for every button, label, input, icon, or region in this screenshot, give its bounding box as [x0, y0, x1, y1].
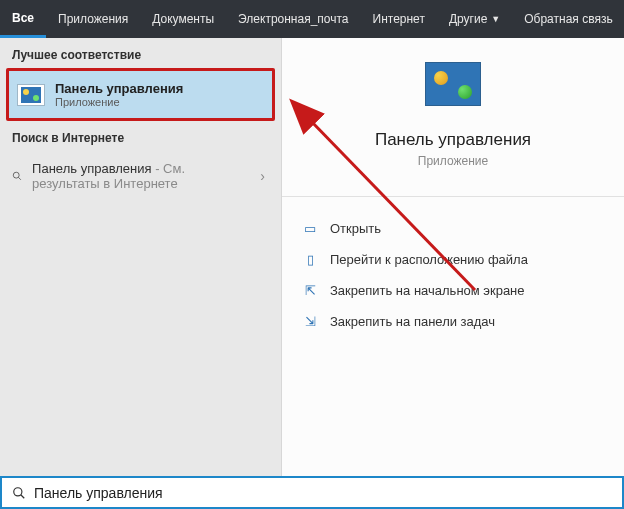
action-file-location[interactable]: ▯ Перейти к расположению файла — [302, 244, 604, 275]
search-bar[interactable] — [0, 476, 624, 509]
tab-label: Приложения — [58, 12, 128, 26]
tab-label: Электронная_почта — [238, 12, 348, 26]
svg-point-2 — [14, 487, 22, 495]
actions-list: ▭ Открыть ▯ Перейти к расположению файла… — [282, 209, 624, 341]
top-tab-bar: Все Приложения Документы Электронная_поч… — [0, 0, 624, 38]
tab-documents[interactable]: Документы — [140, 0, 226, 38]
feedback-link[interactable]: Обратная связь — [512, 0, 624, 38]
web-search-result[interactable]: Панель управления - См. результаты в Инт… — [0, 151, 281, 201]
search-icon — [12, 486, 26, 500]
web-result-query: Панель управления — [32, 161, 151, 176]
tab-all[interactable]: Все — [0, 0, 46, 38]
main-area: Лучшее соответствие Панель управления Пр… — [0, 38, 624, 476]
best-match-header: Лучшее соответствие — [0, 38, 281, 68]
search-input[interactable] — [34, 485, 612, 501]
tab-label: Все — [12, 11, 34, 25]
action-label: Закрепить на начальном экране — [330, 283, 525, 298]
pin-taskbar-icon: ⇲ — [302, 314, 318, 329]
best-match-subtitle: Приложение — [55, 96, 183, 108]
open-icon: ▭ — [302, 221, 318, 236]
tab-label: Интернет — [373, 12, 425, 26]
results-pane: Лучшее соответствие Панель управления Пр… — [0, 38, 282, 476]
action-open[interactable]: ▭ Открыть — [302, 213, 604, 244]
pin-start-icon: ⇱ — [302, 283, 318, 298]
control-panel-icon — [425, 62, 481, 106]
svg-line-3 — [21, 494, 25, 498]
tab-internet[interactable]: Интернет — [361, 0, 437, 38]
feedback-label: Обратная связь — [524, 12, 612, 26]
file-loc-icon: ▯ — [302, 252, 318, 267]
best-match-title: Панель управления — [55, 81, 183, 96]
tab-apps[interactable]: Приложения — [46, 0, 140, 38]
tab-label: Другие — [449, 12, 487, 26]
web-search-header: Поиск в Интернете — [0, 121, 281, 151]
divider — [282, 196, 624, 197]
tab-label: Документы — [152, 12, 214, 26]
action-pin-taskbar[interactable]: ⇲ Закрепить на панели задач — [302, 306, 604, 337]
action-label: Закрепить на панели задач — [330, 314, 495, 329]
chevron-right-icon: › — [260, 168, 269, 184]
svg-point-0 — [13, 172, 19, 178]
svg-line-1 — [18, 177, 21, 180]
web-result-label: Панель управления - См. результаты в Инт… — [32, 161, 250, 191]
tab-more[interactable]: Другие ▼ — [437, 0, 512, 38]
tab-email[interactable]: Электронная_почта — [226, 0, 360, 38]
detail-pane: Панель управления Приложение ▭ Открыть ▯… — [282, 38, 624, 476]
best-match-result[interactable]: Панель управления Приложение — [6, 68, 275, 121]
action-label: Открыть — [330, 221, 381, 236]
chevron-down-icon: ▼ — [491, 14, 500, 24]
detail-subtitle: Приложение — [298, 154, 608, 168]
control-panel-icon — [17, 84, 45, 106]
action-label: Перейти к расположению файла — [330, 252, 528, 267]
search-icon — [12, 169, 22, 183]
action-pin-start[interactable]: ⇱ Закрепить на начальном экране — [302, 275, 604, 306]
detail-title: Панель управления — [298, 130, 608, 150]
